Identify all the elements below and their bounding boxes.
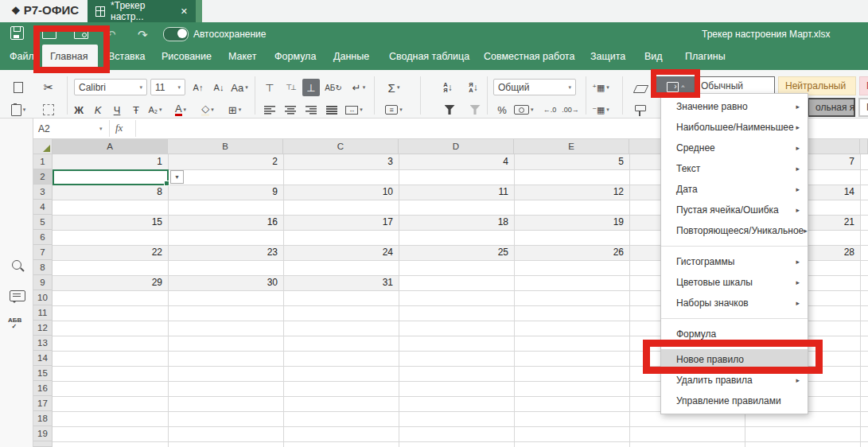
column-header-C[interactable]: C (283, 139, 399, 154)
font-name-combo[interactable]: Calibri▾ (74, 79, 147, 95)
autosave-toggle[interactable] (163, 27, 189, 41)
clear-filter-button[interactable] (466, 101, 484, 119)
named-ranges-button[interactable]: ≡▾ (385, 101, 403, 119)
spellcheck-icon[interactable]: АБВ ✓ (8, 317, 21, 330)
delete-cells-button[interactable]: ⁻▦▾ (592, 101, 609, 119)
decrease-decimal-button[interactable]: ←.0 (541, 101, 559, 119)
valign-bottom-button[interactable]: ⊥ (302, 79, 320, 96)
align-left-button[interactable] (261, 101, 278, 119)
row-header-20[interactable] (33, 441, 53, 447)
column-header-D[interactable]: D (399, 139, 514, 154)
select-all-corner[interactable] (33, 139, 53, 154)
row-header-12[interactable]: 12 (33, 321, 53, 336)
cell-B7[interactable]: 23 (168, 245, 283, 260)
cell-B9[interactable]: 30 (168, 275, 283, 290)
menu-item-среднее[interactable]: Среднее▸ (661, 138, 808, 158)
cell-E1[interactable]: 5 (514, 154, 629, 169)
menu-item-наборы-значков[interactable]: Наборы значков▸ (661, 293, 808, 313)
cut-button[interactable]: ✂ (40, 79, 57, 96)
wrap-text-button[interactable]: ↵▾ (350, 79, 368, 96)
menu-item-повторяющееся-уникальное[interactable]: Повторяющееся/Уникальное▸ (661, 220, 808, 241)
row-header-17[interactable]: 17 (33, 396, 53, 411)
cell-C3[interactable]: 10 (283, 185, 399, 200)
subscript-button[interactable]: A₂▾ (146, 101, 164, 119)
row-header-7[interactable]: 7 (33, 245, 53, 260)
increase-font-button[interactable]: A↑ (189, 79, 207, 96)
column-header-B[interactable]: B (168, 139, 283, 154)
tab-файл[interactable]: Файл (10, 51, 34, 62)
filter-button[interactable] (441, 101, 458, 119)
cell-A3[interactable]: 8 (53, 185, 168, 200)
font-size-combo[interactable]: 11▾ (150, 79, 185, 95)
fill-color-button[interactable]: ◇▾ (199, 101, 216, 119)
cell-C5[interactable]: 17 (283, 215, 399, 230)
cell-style-chip[interactable]: Плохой (859, 76, 868, 95)
column-header-E[interactable]: E (514, 139, 629, 154)
row-header-14[interactable]: 14 (33, 351, 53, 366)
tab-макет[interactable]: Макет (228, 51, 256, 62)
menu-item-гистограммы[interactable]: Гистограммы▸ (661, 251, 808, 272)
row-header-10[interactable]: 10 (33, 290, 53, 305)
cell-C1[interactable]: 3 (283, 154, 399, 169)
cell-A1[interactable]: 1 (53, 154, 168, 169)
valign-top-button[interactable]: ⊤ (261, 79, 278, 96)
align-center-button[interactable] (282, 101, 299, 119)
column-header-H[interactable] (860, 139, 868, 154)
increase-decimal-button[interactable]: .00→ (562, 101, 579, 119)
copy-button[interactable] (10, 79, 27, 96)
autosum-button[interactable]: Σ▾ (385, 79, 403, 96)
cell-style-chip[interactable]: Г (858, 98, 868, 117)
cell-style-chip[interactable]: ольная я (808, 98, 855, 117)
text-orientation-button[interactable]: АБ↻ (325, 79, 342, 96)
tab-вставка[interactable]: Вставка (108, 51, 145, 62)
tab-close-icon[interactable]: ✕ (181, 6, 188, 17)
cell-B3[interactable]: 9 (168, 185, 283, 200)
row-header-3[interactable]: 3 (33, 185, 53, 200)
menu-item-цветовые-шкалы[interactable]: Цветовые шкалы▸ (661, 272, 808, 293)
merge-cells-button[interactable]: ↔▾ (345, 101, 363, 119)
fx-icon[interactable]: fx (115, 122, 123, 134)
sort-ascending-button[interactable]: АЯ↓ (439, 79, 457, 96)
row-header-19[interactable]: 19 (33, 426, 53, 441)
currency-style-button[interactable]: ▾ (514, 101, 534, 119)
cell-A9[interactable]: 29 (53, 275, 168, 290)
cell-A5[interactable]: 15 (53, 215, 168, 230)
font-color-button[interactable]: А▾ (172, 101, 189, 119)
row-header-11[interactable]: 11 (33, 305, 53, 321)
number-format-combo[interactable]: Общий▾ (493, 79, 576, 95)
row-header-16[interactable]: 16 (33, 381, 53, 396)
paste-button[interactable]: ▾ (10, 101, 27, 119)
row-header-5[interactable]: 5 (33, 215, 53, 230)
search-icon[interactable] (12, 260, 21, 270)
menu-item-дата[interactable]: Дата▸ (661, 179, 808, 200)
fill-handle[interactable] (164, 181, 169, 186)
underline-button[interactable]: Ч (108, 101, 126, 119)
name-box[interactable]: A2 (38, 123, 50, 134)
sort-descending-button[interactable]: ЯА↓ (465, 79, 482, 96)
row-header-1[interactable]: 1 (33, 154, 53, 169)
cell-B1[interactable]: 2 (168, 154, 283, 169)
selected-cell-A2[interactable] (53, 169, 169, 185)
name-box-chevron-icon[interactable]: ▾ (99, 126, 103, 132)
menu-item-значение-равно[interactable]: Значение равно▸ (661, 96, 808, 117)
tab-сводная-таблица[interactable]: Сводная таблица (389, 51, 469, 62)
row-header-13[interactable]: 13 (33, 336, 53, 351)
row-header-4[interactable]: 4 (33, 200, 53, 215)
cell-D3[interactable]: 11 (399, 185, 514, 200)
row-header-6[interactable]: 6 (33, 230, 53, 245)
row-header-18[interactable]: 18 (33, 411, 53, 426)
app-logo[interactable]: ❖Р7-ОФИС (11, 3, 79, 17)
cell-E5[interactable]: 19 (514, 215, 629, 230)
tab-рисование[interactable]: Рисование (162, 51, 212, 62)
cell-D5[interactable]: 18 (399, 215, 514, 230)
tab-данные[interactable]: Данные (333, 51, 369, 62)
tab-плагины[interactable]: Плагины (685, 51, 726, 62)
cell-C9[interactable]: 31 (283, 275, 399, 290)
cell-B5[interactable]: 16 (168, 215, 283, 230)
cell-dropdown-button[interactable]: ▼ (170, 170, 184, 184)
save-button[interactable] (10, 26, 24, 43)
redo-button[interactable]: ↷ (138, 28, 148, 42)
valign-middle-button[interactable]: ⊤⊥ (282, 79, 299, 96)
tab-совместная-работа[interactable]: Совместная работа (484, 51, 574, 62)
borders-button[interactable]: ⊞▾ (226, 101, 243, 119)
